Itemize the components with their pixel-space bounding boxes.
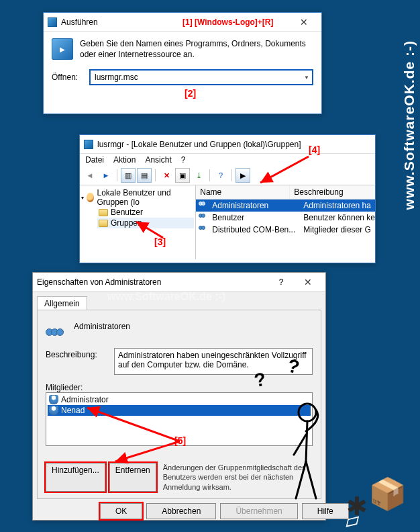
apply-button[interactable]: Übernehmen xyxy=(220,503,297,519)
close-icon[interactable]: ✕ xyxy=(291,17,317,28)
properties-icon[interactable]: ▣ xyxy=(175,168,190,183)
annotation-5: [5] xyxy=(174,435,186,446)
run-dialog: Ausführen [1] [Windows-Logo]+[R] ✕ Geben… xyxy=(43,12,322,114)
desc-textarea[interactable]: Administratoren haben uneingeschränkten … xyxy=(114,348,313,375)
ok-button[interactable]: OK xyxy=(100,503,142,519)
svg-line-7 xyxy=(296,461,306,498)
cancel-button[interactable]: Abbrechen xyxy=(146,503,216,519)
svg-point-4 xyxy=(299,404,316,421)
delete-icon[interactable]: ✕ xyxy=(159,168,174,183)
members-label: Mitglieder: xyxy=(46,383,83,392)
annotation-2: [2] xyxy=(185,88,196,99)
open-combobox[interactable]: lusrmgr.msc ▼ xyxy=(89,69,313,85)
back-icon[interactable]: ◄ xyxy=(83,168,97,183)
menu-view[interactable]: Ansicht xyxy=(145,155,171,165)
annotation-3: [3] xyxy=(154,236,166,247)
menu-action[interactable]: Aktion xyxy=(113,155,136,165)
thinking-person-icon xyxy=(279,398,333,505)
users-groups-icon xyxy=(87,193,94,202)
tree-pane: ▾ Lokale Benutzer und Gruppen (lo Benutz… xyxy=(80,185,196,259)
run-app-icon xyxy=(48,17,57,27)
help-question-icon[interactable]: ? xyxy=(268,277,295,287)
run-description: Geben Sie den Namen eines Programms, Ord… xyxy=(80,38,313,60)
list-pane: Name Beschreibung Administratoren Admini… xyxy=(196,185,375,259)
user-icon xyxy=(49,395,58,404)
toolbar: ◄ ► ▥ ▤ ✕ ▣ ⤓ ? ▶ xyxy=(80,166,375,185)
run-title: Ausführen xyxy=(61,17,169,27)
export-icon[interactable]: ⤓ xyxy=(191,168,206,183)
help-icon[interactable]: ? xyxy=(213,168,228,183)
pane-icon[interactable]: ▥ xyxy=(121,168,136,183)
pane2-icon[interactable]: ▤ xyxy=(137,168,152,183)
menubar: Datei Aktion Ansicht ? xyxy=(80,154,375,166)
run-titlebar[interactable]: Ausführen [1] [Windows-Logo]+[R] ✕ xyxy=(44,13,321,32)
watermark-side: www.SoftwareOK.de :-) xyxy=(401,40,417,210)
svg-line-5 xyxy=(306,421,307,461)
group-name: Administratoren xyxy=(74,322,130,331)
group-large-icon xyxy=(46,317,67,336)
lusrmgr-title: lusrmgr - [Lokale Benutzer und Gruppen (… xyxy=(97,140,371,149)
open-label: Öffnen: xyxy=(52,73,84,82)
folder-icon xyxy=(99,220,108,227)
svg-line-8 xyxy=(306,461,316,498)
member-administrator[interactable]: Administrator xyxy=(48,394,311,405)
chevron-down-icon[interactable]: ▼ xyxy=(304,75,309,81)
folder-icon xyxy=(99,209,108,216)
list-row-administratoren[interactable]: Administratoren Administratoren ha xyxy=(196,200,375,212)
group-icon xyxy=(199,202,209,210)
open-box-icon: 📦 xyxy=(368,476,407,512)
tree-item-gruppen[interactable]: Gruppen xyxy=(97,218,194,228)
tree-item-benutzer[interactable]: Benutzer xyxy=(97,207,194,218)
mmc-icon xyxy=(84,140,93,149)
annotation-1: [1] [Windows-Logo]+[R] xyxy=(182,17,291,27)
user-icon xyxy=(49,406,58,415)
list-row-benutzer[interactable]: Benutzer Benutzer können ke xyxy=(196,212,375,224)
lusrmgr-window: lusrmgr - [Lokale Benutzer und Gruppen (… xyxy=(79,134,376,263)
group-icon xyxy=(199,214,209,222)
run-icon[interactable]: ▶ xyxy=(235,168,250,183)
list-row-dcom[interactable]: Distributed COM-Ben... Mitglieder dieser… xyxy=(196,224,375,236)
tree-caret-icon[interactable]: ▾ xyxy=(81,195,84,201)
close-icon[interactable]: ✕ xyxy=(295,277,321,287)
tree-root-label[interactable]: Lokale Benutzer und Gruppen (lo xyxy=(97,188,194,207)
props-title: Eigenschaften von Administratoren xyxy=(37,277,268,287)
forward-icon[interactable]: ► xyxy=(99,168,113,183)
open-value: lusrmgr.msc xyxy=(95,73,138,82)
menu-help[interactable]: ? xyxy=(181,155,186,165)
remove-button[interactable]: Entfernen xyxy=(109,463,156,492)
col-name[interactable]: Name xyxy=(196,185,290,199)
group-icon xyxy=(199,226,209,234)
member-nenad[interactable]: Nenad xyxy=(48,405,311,416)
menu-file[interactable]: Datei xyxy=(85,155,104,165)
svg-line-6 xyxy=(294,435,306,455)
add-button[interactable]: Hinzufügen... xyxy=(46,463,105,492)
tab-allgemein[interactable]: Allgemein xyxy=(37,296,87,310)
annotation-4: [4] xyxy=(309,144,320,155)
desc-label: Beschreibung: xyxy=(46,348,110,375)
col-desc[interactable]: Beschreibung xyxy=(290,185,375,199)
run-program-icon xyxy=(52,38,73,60)
